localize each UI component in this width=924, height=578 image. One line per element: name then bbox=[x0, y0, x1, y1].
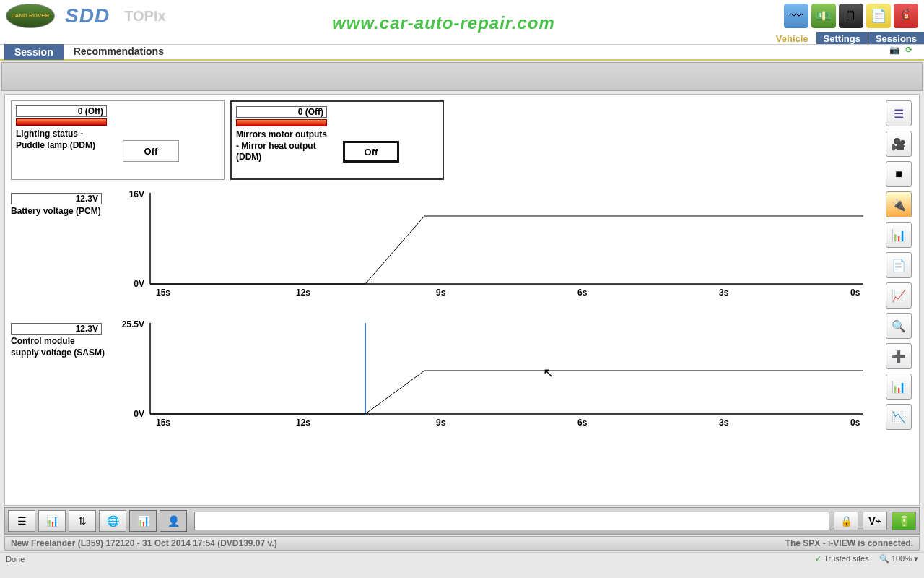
tool-btn-2[interactable]: 📊 bbox=[38, 510, 66, 532]
svg-text:3s: 3s bbox=[719, 288, 729, 298]
vehicle-info-text: New Freelander (L359) 172120 - 31 Oct 20… bbox=[11, 538, 277, 548]
chart-supply-voltage: 12.3V Control module supply voltage (SAS… bbox=[11, 323, 867, 358]
right-sidebar: ☰ 🎥 ■ 🔌 📊 📄 📈 🔍 ➕ 📊 📉 bbox=[881, 100, 913, 499]
menu-sessions[interactable]: Sessions bbox=[868, 32, 924, 44]
sticky-note-icon[interactable]: 📄 bbox=[866, 4, 891, 28]
svg-text:15s: 15s bbox=[156, 418, 170, 428]
signal-value: 0 (Off) bbox=[236, 106, 327, 118]
tool-btn-1[interactable]: ☰ bbox=[8, 510, 35, 532]
chart-search-icon[interactable]: 📈 bbox=[886, 282, 912, 309]
search-icon[interactable]: 🔍 bbox=[886, 313, 912, 339]
lock-icon[interactable]: 🔒 bbox=[834, 512, 858, 530]
money-icon[interactable]: 💵 bbox=[811, 4, 836, 28]
tool-btn-3[interactable]: ⇅ bbox=[69, 510, 96, 532]
tool-btn-6[interactable]: 👤 bbox=[160, 510, 187, 532]
chart-battery-voltage: 12.3V Battery voltage (PCM) 16V 0V 15s 1… bbox=[11, 193, 867, 217]
refresh-icon[interactable]: ⟳ bbox=[905, 45, 920, 59]
bottom-toolbar: ☰ 📊 ⇅ 🌐 📊 👤 🔒 V⌁ 🔋 bbox=[4, 507, 920, 535]
add-icon[interactable]: ➕ bbox=[886, 343, 912, 369]
gauge1-icon[interactable]: 📊 bbox=[886, 222, 912, 248]
connection-text: The SPX - i-VIEW is connected. bbox=[785, 538, 913, 548]
tab-recommendations[interactable]: Recommendations bbox=[64, 43, 174, 61]
battery-icon[interactable]: 🔋 bbox=[892, 512, 916, 530]
topix-link[interactable]: TOPIx bbox=[124, 8, 165, 25]
tool-btn-4[interactable]: 🌐 bbox=[99, 510, 126, 532]
toolbar-spacer bbox=[1, 62, 923, 91]
voltage-icon[interactable]: V⌁ bbox=[863, 512, 887, 530]
status-bar-browser: Done ✓ Trusted sites 🔍 100% ▾ bbox=[0, 552, 924, 565]
chart-label: Battery voltage (PCM) bbox=[11, 206, 105, 217]
svg-text:6s: 6s bbox=[578, 288, 588, 298]
svg-text:0s: 0s bbox=[850, 418, 860, 428]
chart-value: 12.3V bbox=[11, 193, 102, 204]
svg-text:9s: 9s bbox=[436, 418, 446, 428]
signal-label: Lighting status - Puddle lamp (DDM) bbox=[16, 129, 110, 151]
trusted-sites: ✓ Trusted sites bbox=[815, 554, 868, 564]
svg-text:25.5V: 25.5V bbox=[122, 319, 144, 329]
zoom-level[interactable]: 🔍 100% ▾ bbox=[879, 554, 918, 564]
tab-session[interactable]: Session bbox=[4, 44, 64, 60]
chart-icon[interactable]: 📉 bbox=[886, 404, 912, 430]
chart-value: 12.3V bbox=[11, 323, 102, 335]
svg-text:0s: 0s bbox=[850, 288, 860, 298]
svg-text:3s: 3s bbox=[719, 418, 729, 428]
menu-settings[interactable]: Settings bbox=[816, 32, 868, 44]
signal-value: 0 (Off) bbox=[16, 105, 107, 117]
command-input[interactable] bbox=[194, 512, 829, 530]
svg-text:0V: 0V bbox=[134, 409, 144, 419]
chart-label: Control module supply voltage (SASM) bbox=[11, 336, 105, 358]
waveform-icon[interactable]: 〰 bbox=[784, 4, 808, 28]
menu-vehicle[interactable]: Vehicle bbox=[768, 32, 816, 44]
tabbar: Session Recommendations 📷 ⟳ bbox=[0, 45, 924, 61]
chart-plot: 16V 0V 15s 12s 9s 6s 3s 0s bbox=[116, 189, 866, 304]
signal-bar bbox=[236, 119, 327, 126]
notes-icon[interactable]: 🗒 bbox=[839, 4, 863, 28]
chart-plot: 25.5V 0V 15s 12s 9s 6s 3s 0s bbox=[116, 319, 866, 434]
svg-text:9s: 9s bbox=[436, 288, 446, 298]
svg-text:6s: 6s bbox=[578, 418, 588, 428]
status-bar-vehicle: New Freelander (L359) 172120 - 31 Oct 20… bbox=[4, 536, 920, 551]
sdd-logo: SDD bbox=[65, 4, 110, 27]
main-panel: 0 (Off) Lighting status - Puddle lamp (D… bbox=[4, 94, 920, 506]
toggle-button[interactable]: Off bbox=[123, 140, 179, 162]
stop-icon[interactable]: ■ bbox=[886, 161, 912, 187]
list-icon[interactable]: ☰ bbox=[886, 100, 912, 126]
content-area: 0 (Off) Lighting status - Puddle lamp (D… bbox=[11, 100, 881, 499]
document-icon[interactable]: 📄 bbox=[886, 252, 912, 278]
svg-text:0V: 0V bbox=[134, 279, 144, 289]
toggle-button[interactable]: Off bbox=[343, 141, 399, 163]
watermark-text: www.car-auto-repair.com bbox=[332, 13, 555, 33]
signal-card-mirrors[interactable]: 0 (Off) Mirrors motor outputs - Mirror h… bbox=[230, 100, 444, 180]
svg-text:15s: 15s bbox=[156, 288, 170, 298]
camera-refresh-icon[interactable]: 📷 bbox=[889, 45, 904, 59]
gauge2-icon[interactable]: 📊 bbox=[886, 374, 912, 400]
connector-icon[interactable]: 🔌 bbox=[886, 191, 912, 217]
svg-text:12s: 12s bbox=[296, 418, 310, 428]
camera-icon[interactable]: 🎥 bbox=[886, 131, 912, 157]
tool-btn-5[interactable]: 📊 bbox=[129, 510, 157, 532]
svg-text:12s: 12s bbox=[296, 288, 310, 298]
svg-text:16V: 16V bbox=[129, 189, 144, 199]
done-text: Done bbox=[6, 555, 25, 564]
signal-label: Mirrors motor outputs - Mirror heat outp… bbox=[236, 129, 330, 163]
signal-bar bbox=[16, 118, 107, 126]
signal-card-lighting[interactable]: 0 (Off) Lighting status - Puddle lamp (D… bbox=[11, 100, 225, 180]
landrover-logo: LAND ROVER bbox=[6, 4, 55, 28]
tool-icon[interactable]: 🧯 bbox=[894, 4, 918, 28]
